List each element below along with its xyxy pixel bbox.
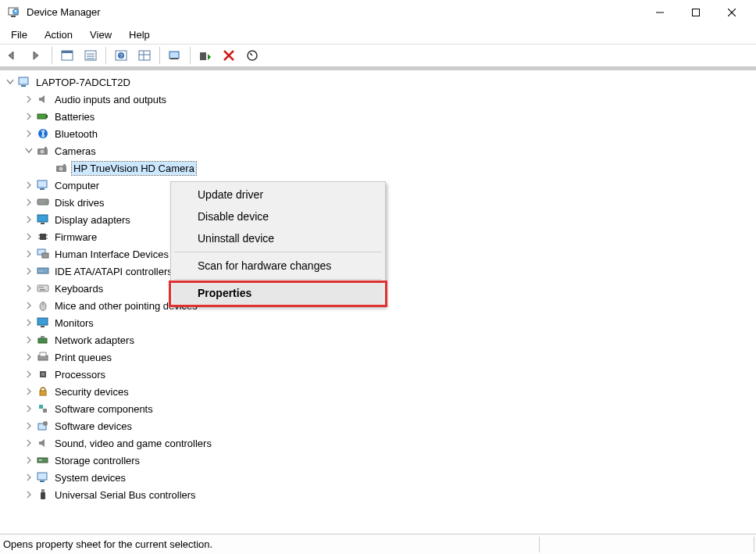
- svg-rect-57: [42, 287, 44, 288]
- display-icon: [36, 213, 50, 226]
- forward-button[interactable]: [27, 46, 47, 65]
- battery-icon: [36, 110, 50, 123]
- svg-rect-54: [37, 285, 48, 291]
- chevron-right-icon[interactable]: [23, 214, 34, 225]
- system-icon: [36, 471, 50, 484]
- details-view-button[interactable]: [134, 46, 155, 65]
- tree-root[interactable]: LAPTOP-7ADCLT2D: [2, 73, 756, 91]
- close-button[interactable]: [714, 0, 750, 25]
- chevron-right-icon[interactable]: [23, 300, 34, 311]
- svg-rect-28: [37, 114, 46, 119]
- tree-cameras[interactable]: Cameras: [2, 142, 756, 159]
- context-disable-device[interactable]: Disable device: [173, 206, 383, 227]
- tree-network[interactable]: Network adapters: [2, 331, 756, 348]
- context-uninstall-device[interactable]: Uninstall device: [173, 227, 383, 249]
- tree-softcomp[interactable]: Software components: [2, 400, 756, 417]
- chevron-right-icon[interactable]: [23, 111, 34, 122]
- tree-processors[interactable]: Processors: [2, 366, 756, 383]
- svg-rect-3: [15, 10, 16, 12]
- computer-icon: [36, 179, 50, 191]
- chevron-right-icon[interactable]: [23, 94, 34, 105]
- chevron-right-icon[interactable]: [23, 180, 34, 191]
- svg-rect-27: [21, 85, 26, 87]
- tree-softdev[interactable]: Software devices: [2, 417, 756, 434]
- tree-security[interactable]: Security devices: [2, 383, 756, 400]
- device-manager-icon: [6, 5, 20, 20]
- svg-point-35: [59, 167, 63, 171]
- context-properties[interactable]: Properties: [173, 282, 383, 304]
- context-update-driver[interactable]: Update driver: [173, 184, 383, 206]
- help-toolbar-button[interactable]: ?: [111, 46, 131, 65]
- svg-point-73: [43, 421, 48, 426]
- svg-rect-68: [41, 373, 45, 376]
- chevron-right-icon[interactable]: [23, 352, 34, 363]
- update-driver-toolbar-button[interactable]: [195, 46, 216, 65]
- storage-controller-icon: [36, 454, 50, 466]
- svg-rect-70: [39, 405, 43, 409]
- chevron-right-icon[interactable]: [23, 266, 34, 277]
- chevron-right-icon[interactable]: [23, 386, 34, 397]
- chevron-right-icon[interactable]: [23, 369, 34, 380]
- svg-rect-74: [37, 458, 48, 463]
- chevron-right-icon[interactable]: [23, 472, 34, 483]
- chevron-down-icon[interactable]: [5, 77, 16, 88]
- tree-usb[interactable]: Universal Serial Bus controllers: [2, 486, 756, 503]
- tree-audio[interactable]: Audio inputs and outputs: [2, 91, 756, 108]
- chevron-right-icon[interactable]: [23, 317, 34, 328]
- chevron-right-icon[interactable]: [23, 128, 34, 139]
- svg-rect-56: [41, 287, 42, 288]
- chevron-right-icon[interactable]: [23, 420, 34, 431]
- chevron-right-icon[interactable]: [23, 438, 34, 449]
- svg-rect-80: [41, 492, 45, 499]
- tree-storage[interactable]: Storage controllers: [2, 452, 756, 469]
- svg-rect-42: [41, 223, 45, 224]
- tree-sound[interactable]: Sound, video and game controllers: [2, 434, 756, 452]
- svg-rect-29: [46, 115, 48, 118]
- menubar: File Action View Help: [0, 25, 756, 44]
- scan-hardware-toolbar-button[interactable]: [165, 46, 185, 65]
- svg-rect-22: [200, 52, 206, 60]
- properties-toolbar-button[interactable]: [80, 46, 101, 65]
- context-scan-hardware[interactable]: Scan for hardware changes: [173, 255, 383, 277]
- camera-icon: [36, 145, 50, 157]
- monitor-icon: [36, 316, 50, 329]
- back-button[interactable]: [3, 46, 23, 65]
- svg-rect-77: [37, 473, 47, 480]
- chevron-right-icon[interactable]: [23, 231, 34, 242]
- chevron-right-icon[interactable]: [23, 334, 34, 345]
- menu-action[interactable]: Action: [38, 27, 79, 42]
- toolbar: ?: [0, 44, 756, 67]
- chevron-right-icon[interactable]: [23, 283, 34, 294]
- menu-view[interactable]: View: [84, 27, 118, 42]
- svg-rect-37: [37, 180, 47, 188]
- chevron-right-icon[interactable]: [23, 403, 34, 414]
- tree-monitors[interactable]: Monitors: [2, 314, 756, 331]
- svg-rect-75: [39, 459, 41, 461]
- statusbar-divider: [539, 537, 540, 552]
- statusbar-divider: [754, 537, 754, 552]
- maximize-button[interactable]: [678, 0, 714, 25]
- uninstall-toolbar-button[interactable]: [219, 46, 239, 65]
- svg-rect-71: [43, 409, 47, 413]
- tree-printq[interactable]: Print queues: [2, 348, 756, 366]
- titlebar: Device Manager: [0, 0, 756, 25]
- menu-file[interactable]: File: [5, 27, 34, 42]
- cpu-icon: [36, 368, 50, 381]
- chevron-down-icon[interactable]: [23, 145, 34, 156]
- tree-camera-device-selected[interactable]: HP TrueVision HD Camera: [2, 159, 756, 177]
- tree-batteries[interactable]: Batteries: [2, 108, 756, 125]
- chevron-right-icon[interactable]: [23, 489, 34, 500]
- chevron-right-icon[interactable]: [23, 248, 34, 259]
- tree-system[interactable]: System devices: [2, 469, 756, 486]
- chevron-right-icon[interactable]: [23, 455, 34, 466]
- mouse-icon: [36, 299, 50, 312]
- chevron-right-icon[interactable]: [23, 197, 34, 208]
- camera-icon: [55, 162, 69, 174]
- svg-rect-5: [693, 9, 700, 16]
- show-hide-tree-button[interactable]: [57, 46, 77, 65]
- minimize-button[interactable]: [642, 0, 678, 25]
- svg-point-52: [41, 271, 41, 272]
- menu-help[interactable]: Help: [123, 27, 156, 42]
- tree-bluetooth[interactable]: Bluetooth: [2, 125, 756, 142]
- disable-toolbar-button[interactable]: [242, 46, 262, 65]
